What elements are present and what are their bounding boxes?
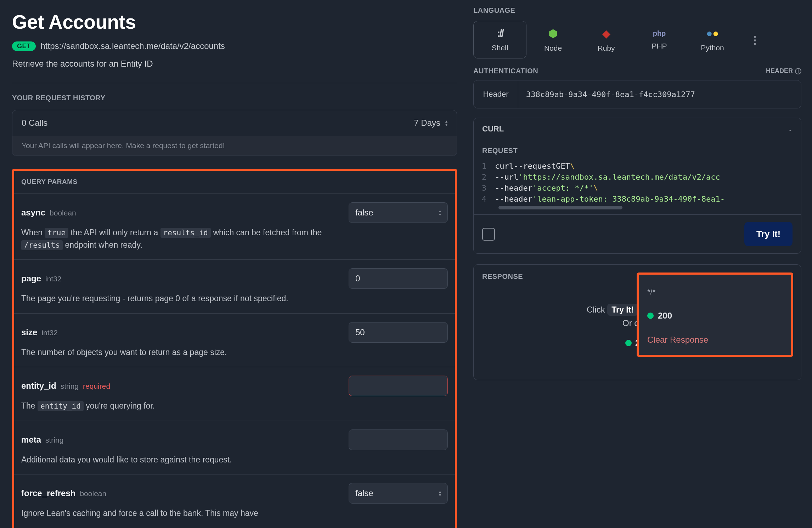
http-method-badge: GET (12, 41, 36, 51)
endpoint-url: https://sandbox.sa.leantech.me/data/v2/a… (41, 41, 225, 51)
auth-label: AUTHENTICATION (473, 67, 538, 75)
response-box: RESPONSE EXAMPLES ⌄ Click Try It! to sta… (473, 264, 801, 380)
param-desc: The entity_id you're querying for. (21, 400, 333, 412)
param-input-entity-id[interactable] (349, 376, 448, 396)
shell-icon: :// (497, 27, 503, 39)
copy-icon[interactable] (482, 228, 495, 241)
param-desc: The number of objects you want to return… (21, 346, 333, 359)
lang-tab-label: Node (544, 44, 562, 52)
param-row-entity-id: entity_id string required The entity_id … (14, 367, 455, 421)
param-select-async[interactable]: false (349, 202, 448, 223)
divider (12, 83, 457, 83)
query-params-label: QUERY PARAMS (14, 178, 455, 193)
select-value: false (355, 208, 373, 218)
param-row-force-refresh: force_refresh boolean false Ignore Lean'… (14, 474, 455, 528)
lang-more-button[interactable]: ⋮ (746, 34, 764, 46)
param-desc: Ignore Lean's caching and force a call t… (21, 507, 333, 519)
clear-response-button[interactable]: Clear Response (647, 335, 783, 345)
param-type: int32 (45, 275, 62, 283)
history-range-selector[interactable]: 7 Days (414, 118, 447, 128)
query-params-box: QUERY PARAMS async boolean false When tr… (12, 169, 457, 528)
horizontal-scrollbar[interactable] (498, 206, 793, 209)
popup-accept: */* (647, 287, 783, 297)
auth-key-label: Header (474, 80, 518, 108)
param-desc: The page you're requesting - returns pag… (21, 292, 333, 305)
lang-tab-python[interactable]: ●● Python (686, 21, 739, 58)
python-icon: ●● (706, 27, 719, 39)
ruby-icon: ◆ (602, 27, 610, 40)
param-type: int32 (41, 328, 58, 337)
param-desc: When true the API will only return a res… (21, 226, 333, 251)
history-empty-message: Your API calls will appear here. Make a … (12, 136, 457, 156)
node-icon: ⬢ (548, 27, 558, 40)
param-name: force_refresh (21, 488, 75, 498)
lang-tab-php[interactable]: php PHP (633, 21, 686, 58)
info-icon: i (795, 68, 801, 74)
select-value: false (355, 488, 373, 498)
popup-status-row[interactable]: 200 (647, 311, 783, 321)
param-type: string (45, 436, 63, 444)
param-input-meta[interactable] (349, 429, 448, 450)
param-row-page: page int32 0 The page you're requesting … (14, 259, 455, 313)
lang-tab-node[interactable]: ⬢ Node (526, 21, 580, 58)
language-section: LANGUAGE :// Shell ⬢ Node ◆ Ruby php PHP (473, 6, 801, 58)
auth-section: AUTHENTICATION HEADER i Header 338c89ab-… (473, 67, 801, 108)
auth-value-input[interactable]: 338c89ab-9a34-490f-8ea1-f4cc309a1277 (518, 80, 801, 108)
lang-tab-label: PHP (652, 42, 667, 50)
examples-popup: */* 200 Clear Response (637, 273, 793, 357)
code-content[interactable]: 1curl --request GET \ 2 --url 'https://s… (474, 158, 801, 214)
lang-tab-shell[interactable]: :// Shell (473, 21, 526, 58)
chevron-down-icon: ⌄ (788, 126, 793, 133)
php-icon: php (653, 29, 666, 38)
lang-tab-label: Python (701, 44, 724, 52)
history-range-value: 7 Days (414, 118, 440, 128)
language-label: LANGUAGE (473, 6, 801, 15)
curl-label: CURL (482, 124, 504, 134)
param-name: size (21, 327, 37, 337)
try-it-button[interactable]: Try It! (744, 222, 793, 246)
input-value: 0 (355, 274, 360, 283)
status-dot-icon (625, 340, 632, 346)
page-title: Get Accounts (12, 11, 457, 33)
param-name: entity_id (21, 381, 56, 391)
param-row-meta: meta string Additional data you would li… (14, 421, 455, 474)
param-name: page (21, 274, 41, 283)
param-type: boolean (50, 209, 76, 217)
endpoint-description: Retrieve the accounts for an Entity ID (12, 59, 457, 69)
param-type: boolean (80, 489, 106, 498)
chevron-updown-icon (439, 490, 441, 497)
history-box: 0 Calls 7 Days Your API calls will appea… (12, 110, 457, 156)
lang-tab-ruby[interactable]: ◆ Ruby (580, 21, 633, 58)
history-calls: 0 Calls (22, 118, 47, 128)
response-label: RESPONSE (482, 273, 523, 281)
param-name: async (21, 208, 45, 218)
lang-tab-label: Shell (492, 44, 508, 52)
chevron-updown-icon (445, 119, 447, 127)
param-input-page[interactable]: 0 (349, 268, 448, 289)
auth-header-tag[interactable]: HEADER i (766, 67, 801, 75)
input-value: 50 (355, 327, 365, 337)
request-label: REQUEST (474, 140, 801, 158)
param-select-force-refresh[interactable]: false (349, 483, 448, 504)
param-required: required (83, 382, 110, 391)
param-name: meta (21, 435, 41, 445)
endpoint-row: GET https://sandbox.sa.leantech.me/data/… (12, 41, 457, 51)
param-row-async: async boolean false When true the API wi… (14, 193, 455, 259)
param-input-size[interactable]: 50 (349, 322, 448, 343)
param-type: string (61, 382, 79, 391)
lang-tab-label: Ruby (597, 44, 615, 52)
try-it-inline[interactable]: Try It! (607, 304, 638, 316)
code-box: CURL ⌄ REQUEST 1curl --request GET \ 2 -… (473, 118, 801, 254)
chevron-updown-icon (439, 209, 441, 216)
status-dot-icon (647, 313, 654, 319)
code-header[interactable]: CURL ⌄ (474, 118, 801, 140)
history-section-label: YOUR REQUEST HISTORY (12, 94, 457, 102)
param-row-size: size int32 50 The number of objects you … (14, 313, 455, 367)
param-desc: Additional data you would like to store … (21, 454, 333, 466)
